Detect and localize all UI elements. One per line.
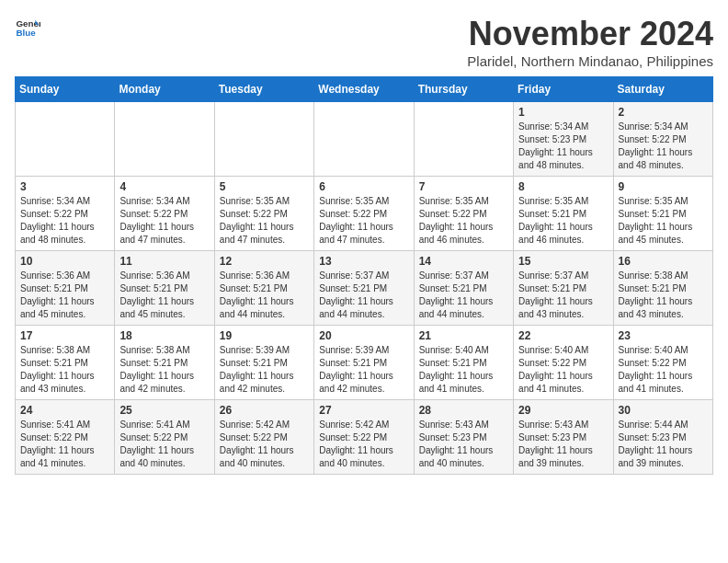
day-info: Sunrise: 5:36 AM Sunset: 5:21 PM Dayligh… xyxy=(20,270,109,321)
day-number: 28 xyxy=(419,404,508,417)
day-info: Sunrise: 5:40 AM Sunset: 5:21 PM Dayligh… xyxy=(419,344,508,396)
day-number: 15 xyxy=(518,255,608,268)
day-info: Sunrise: 5:43 AM Sunset: 5:23 PM Dayligh… xyxy=(518,419,608,470)
day-number: 26 xyxy=(220,404,309,417)
calendar-cell: 5Sunrise: 5:35 AM Sunset: 5:22 PM Daylig… xyxy=(214,177,313,251)
calendar-cell: 28Sunrise: 5:43 AM Sunset: 5:23 PM Dayli… xyxy=(414,400,513,475)
page-header: General Blue November 2024 Plaridel, Nor… xyxy=(15,15,713,69)
day-number: 14 xyxy=(419,255,508,268)
calendar-cell xyxy=(115,102,214,177)
calendar-cell: 20Sunrise: 5:39 AM Sunset: 5:21 PM Dayli… xyxy=(314,326,414,400)
month-title: November 2024 xyxy=(467,15,713,53)
day-info: Sunrise: 5:39 AM Sunset: 5:21 PM Dayligh… xyxy=(220,344,309,396)
calendar-cell xyxy=(214,102,313,177)
calendar-cell: 29Sunrise: 5:43 AM Sunset: 5:23 PM Dayli… xyxy=(514,400,613,475)
day-number: 10 xyxy=(20,255,109,268)
day-info: Sunrise: 5:36 AM Sunset: 5:21 PM Dayligh… xyxy=(119,270,209,321)
day-number: 25 xyxy=(119,404,209,417)
calendar-cell: 21Sunrise: 5:40 AM Sunset: 5:21 PM Dayli… xyxy=(414,326,513,400)
day-number: 24 xyxy=(20,404,109,417)
day-info: Sunrise: 5:35 AM Sunset: 5:21 PM Dayligh… xyxy=(619,195,708,247)
calendar-cell: 9Sunrise: 5:35 AM Sunset: 5:21 PM Daylig… xyxy=(613,177,712,251)
day-number: 19 xyxy=(220,329,309,342)
calendar-table: SundayMondayTuesdayWednesdayThursdayFrid… xyxy=(15,76,713,475)
weekday-header: Thursday xyxy=(414,77,513,102)
calendar-cell: 8Sunrise: 5:35 AM Sunset: 5:21 PM Daylig… xyxy=(514,177,613,251)
calendar-cell: 3Sunrise: 5:34 AM Sunset: 5:22 PM Daylig… xyxy=(16,177,115,251)
weekday-header: Friday xyxy=(514,77,613,102)
calendar-cell: 22Sunrise: 5:40 AM Sunset: 5:22 PM Dayli… xyxy=(514,326,613,400)
day-number: 4 xyxy=(119,180,209,193)
day-info: Sunrise: 5:34 AM Sunset: 5:22 PM Dayligh… xyxy=(619,121,708,172)
day-info: Sunrise: 5:39 AM Sunset: 5:21 PM Dayligh… xyxy=(319,344,408,396)
calendar-cell: 19Sunrise: 5:39 AM Sunset: 5:21 PM Dayli… xyxy=(214,326,313,400)
day-number: 6 xyxy=(319,180,408,193)
header-row: SundayMondayTuesdayWednesdayThursdayFrid… xyxy=(16,77,713,102)
day-number: 21 xyxy=(419,329,508,342)
location: Plaridel, Northern Mindanao, Philippines xyxy=(467,53,713,69)
day-number: 13 xyxy=(319,255,408,268)
calendar-cell: 23Sunrise: 5:40 AM Sunset: 5:22 PM Dayli… xyxy=(613,326,712,400)
day-info: Sunrise: 5:38 AM Sunset: 5:21 PM Dayligh… xyxy=(119,344,209,396)
day-info: Sunrise: 5:38 AM Sunset: 5:21 PM Dayligh… xyxy=(20,344,109,396)
calendar-cell: 16Sunrise: 5:38 AM Sunset: 5:21 PM Dayli… xyxy=(613,251,712,326)
calendar-cell: 11Sunrise: 5:36 AM Sunset: 5:21 PM Dayli… xyxy=(115,251,214,326)
day-number: 11 xyxy=(119,255,209,268)
day-info: Sunrise: 5:42 AM Sunset: 5:22 PM Dayligh… xyxy=(220,419,309,470)
calendar-cell xyxy=(314,102,414,177)
calendar-cell: 10Sunrise: 5:36 AM Sunset: 5:21 PM Dayli… xyxy=(16,251,115,326)
day-number: 8 xyxy=(518,180,608,193)
day-number: 27 xyxy=(319,404,408,417)
calendar-week-row: 1Sunrise: 5:34 AM Sunset: 5:23 PM Daylig… xyxy=(16,102,713,177)
day-info: Sunrise: 5:37 AM Sunset: 5:21 PM Dayligh… xyxy=(419,270,508,321)
day-info: Sunrise: 5:34 AM Sunset: 5:23 PM Dayligh… xyxy=(518,121,608,172)
day-info: Sunrise: 5:43 AM Sunset: 5:23 PM Dayligh… xyxy=(419,419,508,470)
calendar-cell: 25Sunrise: 5:41 AM Sunset: 5:22 PM Dayli… xyxy=(115,400,214,475)
day-info: Sunrise: 5:41 AM Sunset: 5:22 PM Dayligh… xyxy=(119,419,209,470)
logo-icon: General Blue xyxy=(15,15,40,40)
calendar-cell: 24Sunrise: 5:41 AM Sunset: 5:22 PM Dayli… xyxy=(16,400,115,475)
day-info: Sunrise: 5:42 AM Sunset: 5:22 PM Dayligh… xyxy=(319,419,408,470)
day-info: Sunrise: 5:35 AM Sunset: 5:21 PM Dayligh… xyxy=(518,195,608,247)
calendar-cell: 6Sunrise: 5:35 AM Sunset: 5:22 PM Daylig… xyxy=(314,177,414,251)
calendar-cell: 7Sunrise: 5:35 AM Sunset: 5:22 PM Daylig… xyxy=(414,177,513,251)
day-number: 5 xyxy=(220,180,309,193)
day-info: Sunrise: 5:40 AM Sunset: 5:22 PM Dayligh… xyxy=(518,344,608,396)
day-number: 3 xyxy=(20,180,109,193)
weekday-header: Monday xyxy=(115,77,214,102)
day-info: Sunrise: 5:37 AM Sunset: 5:21 PM Dayligh… xyxy=(319,270,408,321)
calendar-week-row: 24Sunrise: 5:41 AM Sunset: 5:22 PM Dayli… xyxy=(16,400,713,475)
day-number: 12 xyxy=(220,255,309,268)
calendar-cell: 26Sunrise: 5:42 AM Sunset: 5:22 PM Dayli… xyxy=(214,400,313,475)
day-info: Sunrise: 5:38 AM Sunset: 5:21 PM Dayligh… xyxy=(619,270,708,321)
calendar-cell: 2Sunrise: 5:34 AM Sunset: 5:22 PM Daylig… xyxy=(613,102,712,177)
calendar-cell: 1Sunrise: 5:34 AM Sunset: 5:23 PM Daylig… xyxy=(514,102,613,177)
day-info: Sunrise: 5:34 AM Sunset: 5:22 PM Dayligh… xyxy=(20,195,109,247)
day-info: Sunrise: 5:41 AM Sunset: 5:22 PM Dayligh… xyxy=(20,419,109,470)
calendar-cell: 13Sunrise: 5:37 AM Sunset: 5:21 PM Dayli… xyxy=(314,251,414,326)
day-info: Sunrise: 5:35 AM Sunset: 5:22 PM Dayligh… xyxy=(220,195,309,247)
day-number: 20 xyxy=(319,329,408,342)
day-number: 17 xyxy=(20,329,109,342)
calendar-header: SundayMondayTuesdayWednesdayThursdayFrid… xyxy=(16,77,713,102)
day-info: Sunrise: 5:40 AM Sunset: 5:22 PM Dayligh… xyxy=(619,344,708,396)
calendar-cell: 4Sunrise: 5:34 AM Sunset: 5:22 PM Daylig… xyxy=(115,177,214,251)
day-info: Sunrise: 5:37 AM Sunset: 5:21 PM Dayligh… xyxy=(518,270,608,321)
day-number: 1 xyxy=(518,106,608,119)
day-info: Sunrise: 5:34 AM Sunset: 5:22 PM Dayligh… xyxy=(119,195,209,247)
svg-text:Blue: Blue xyxy=(16,28,36,38)
title-block: November 2024 Plaridel, Northern Mindana… xyxy=(467,15,713,69)
calendar-cell: 12Sunrise: 5:36 AM Sunset: 5:21 PM Dayli… xyxy=(214,251,313,326)
day-info: Sunrise: 5:35 AM Sunset: 5:22 PM Dayligh… xyxy=(419,195,508,247)
day-number: 7 xyxy=(419,180,508,193)
weekday-header: Saturday xyxy=(613,77,712,102)
day-number: 2 xyxy=(619,106,708,119)
day-number: 9 xyxy=(619,180,708,193)
calendar-cell: 18Sunrise: 5:38 AM Sunset: 5:21 PM Dayli… xyxy=(115,326,214,400)
calendar-week-row: 10Sunrise: 5:36 AM Sunset: 5:21 PM Dayli… xyxy=(16,251,713,326)
calendar-body: 1Sunrise: 5:34 AM Sunset: 5:23 PM Daylig… xyxy=(16,102,713,475)
day-number: 29 xyxy=(518,404,608,417)
calendar-cell xyxy=(16,102,115,177)
calendar-cell: 17Sunrise: 5:38 AM Sunset: 5:21 PM Dayli… xyxy=(16,326,115,400)
day-info: Sunrise: 5:36 AM Sunset: 5:21 PM Dayligh… xyxy=(220,270,309,321)
